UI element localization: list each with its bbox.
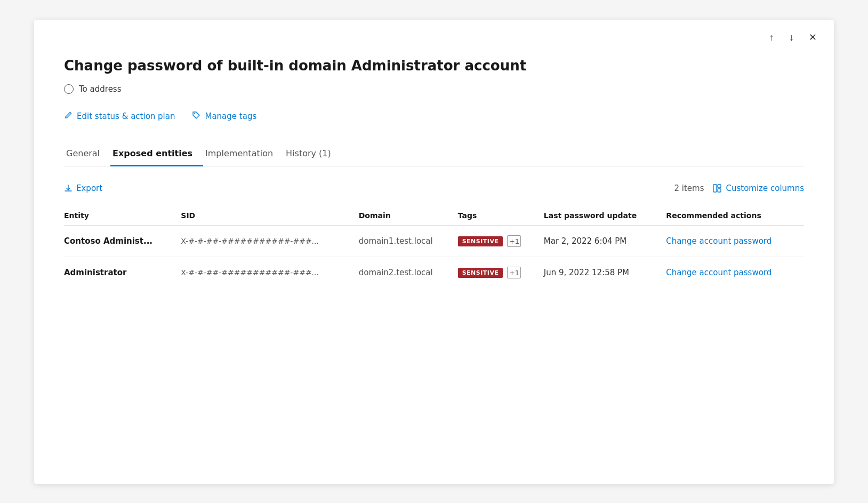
edit-status-label: Edit status & action plan: [77, 111, 175, 121]
tag-icon: [192, 111, 200, 122]
sid-value: X-#-#-##-###########-###...: [181, 268, 319, 277]
entity-name-cell: Administrator: [64, 257, 181, 289]
recommended-actions-cell: Change account password: [666, 257, 804, 289]
circle-icon: [64, 84, 74, 94]
sid-value: X-#-#-##-###########-###...: [181, 237, 319, 245]
address-label: To address: [79, 84, 122, 94]
edit-icon: [64, 111, 73, 122]
last-password-update-cell: Mar 2, 2022 6:04 PM: [544, 226, 666, 257]
entity-name: Administrator: [64, 268, 126, 277]
recommended-action[interactable]: Change account password: [666, 268, 771, 277]
tags-cell: SENSITIVE +1: [458, 226, 544, 257]
domain-value: domain2.test.local: [359, 268, 433, 277]
tags-cell: SENSITIVE +1: [458, 257, 544, 289]
customize-columns-button[interactable]: Customize columns: [712, 181, 804, 195]
table-header-row: Entity SID Domain Tags Last password upd…: [64, 206, 804, 226]
tag-count: +1: [507, 235, 521, 247]
page-title: Change password of built-in domain Admin…: [64, 57, 804, 75]
tab-exposed-entities[interactable]: Exposed entities: [110, 143, 203, 166]
customize-columns-icon: [712, 183, 722, 193]
col-domain: Domain: [359, 206, 458, 226]
main-panel: ↑ ↓ ✕ Change password of built-in domain…: [34, 20, 834, 484]
date-value: Jun 9, 2022 12:58 PM: [544, 268, 629, 277]
items-count: 2 items: [674, 183, 704, 193]
entity-name: Contoso Administ...: [64, 236, 152, 246]
export-label: Export: [76, 183, 102, 193]
entities-table: Entity SID Domain Tags Last password upd…: [64, 206, 804, 288]
toolbar-left: Export: [64, 181, 102, 195]
date-value: Mar 2, 2022 6:04 PM: [544, 236, 627, 246]
domain-cell: domain2.test.local: [359, 257, 458, 289]
col-recommended-actions: Recommended actions: [666, 206, 804, 226]
svg-point-0: [194, 113, 195, 114]
col-last-password-update: Last password update: [544, 206, 666, 226]
domain-value: domain1.test.local: [359, 236, 433, 246]
edit-status-button[interactable]: Edit status & action plan: [64, 109, 175, 124]
domain-cell: domain1.test.local: [359, 226, 458, 257]
svg-rect-1: [713, 185, 717, 192]
col-sid: SID: [181, 206, 358, 226]
sensitive-badge: SENSITIVE: [458, 236, 503, 246]
export-icon: [64, 184, 73, 193]
svg-rect-2: [718, 185, 721, 188]
recommended-actions-cell: Change account password: [666, 226, 804, 257]
tab-history[interactable]: History (1): [284, 143, 342, 166]
last-password-update-cell: Jun 9, 2022 12:58 PM: [544, 257, 666, 289]
top-nav: ↑ ↓ ✕: [767, 30, 819, 44]
navigate-down-button[interactable]: ↓: [787, 30, 796, 44]
table-row: Administrator X-#-#-##-###########-###..…: [64, 257, 804, 289]
col-entity: Entity: [64, 206, 181, 226]
address-row: To address: [64, 84, 804, 94]
sid-cell: X-#-#-##-###########-###...: [181, 257, 358, 289]
sensitive-badge: SENSITIVE: [458, 268, 503, 278]
entity-name-cell: Contoso Administ...: [64, 226, 181, 257]
close-button[interactable]: ✕: [807, 30, 819, 44]
table-row: Contoso Administ... X-#-#-##-###########…: [64, 226, 804, 257]
sid-cell: X-#-#-##-###########-###...: [181, 226, 358, 257]
tag-count: +1: [507, 267, 521, 278]
manage-tags-button[interactable]: Manage tags: [192, 109, 256, 124]
navigate-up-button[interactable]: ↑: [767, 30, 776, 44]
toolbar-right: 2 items Customize columns: [674, 181, 804, 195]
tabs-container: General Exposed entities Implementation …: [64, 143, 804, 166]
col-tags: Tags: [458, 206, 544, 226]
action-row: Edit status & action plan Manage tags: [64, 109, 804, 124]
tab-implementation[interactable]: Implementation: [203, 143, 284, 166]
export-button[interactable]: Export: [64, 181, 102, 195]
customize-columns-label: Customize columns: [726, 183, 804, 193]
manage-tags-label: Manage tags: [205, 111, 256, 121]
tab-general[interactable]: General: [64, 143, 110, 166]
toolbar: Export 2 items Customize columns: [64, 181, 804, 195]
svg-rect-3: [718, 189, 721, 192]
recommended-action[interactable]: Change account password: [666, 236, 771, 246]
